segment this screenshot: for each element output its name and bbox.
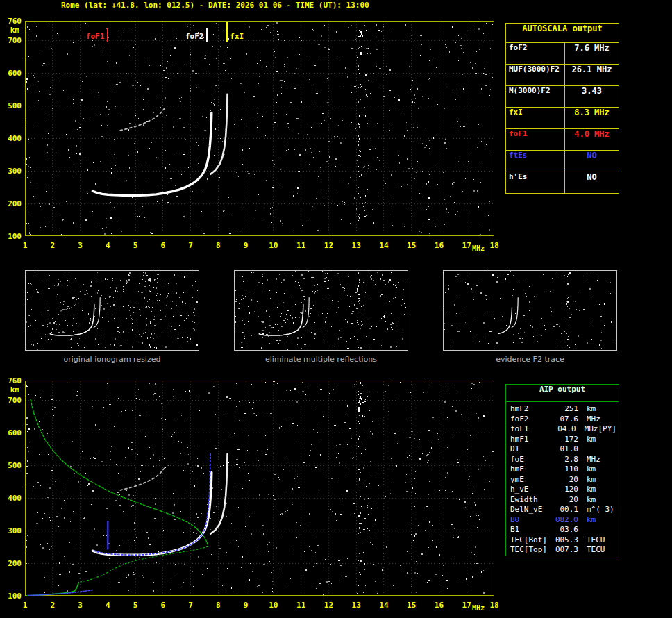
thumbnail-caption: evidence F2 trace — [443, 355, 617, 364]
table-row: MUF(3000)F2 26.1 MHz — [506, 65, 619, 86]
table-row: hmE 110 km — [506, 465, 619, 475]
svg-text:13: 13 — [352, 241, 361, 250]
svg-text:760: 760 — [8, 376, 22, 385]
ionogram-plot-top: foF1foF2fxI123456789101112131415161718MH… — [0, 15, 507, 255]
param-value: 082.0 — [553, 515, 578, 526]
param-unit: km — [578, 404, 596, 415]
param-value: 2.8 — [553, 455, 578, 465]
svg-text:8: 8 — [216, 241, 221, 250]
param-value: 110 — [553, 465, 578, 475]
window-title: Rome (lat: +41.8, lon: 012.5) - DATE: 20… — [61, 1, 369, 10]
table-row: B0 082.0 km — [506, 515, 619, 526]
table-row: fxI 8.3 MHz — [506, 108, 619, 129]
param-unit: TECU — [578, 545, 605, 556]
svg-text:9: 9 — [244, 601, 249, 610]
svg-text:8: 8 — [216, 601, 221, 610]
svg-text:km: km — [10, 26, 20, 35]
svg-text:1: 1 — [23, 241, 28, 250]
param-unit: MHz — [578, 455, 600, 465]
param-value: 03.6 — [553, 525, 578, 535]
x-axis-labels: 123456789101112131415161718MHz — [23, 601, 499, 612]
svg-text:760: 760 — [8, 17, 22, 26]
svg-text:12: 12 — [324, 241, 333, 250]
svg-text:300: 300 — [8, 526, 22, 535]
svg-text:10: 10 — [269, 601, 278, 610]
svg-text:500: 500 — [8, 461, 22, 470]
table-row: h_vE 120 km — [506, 485, 619, 495]
svg-text:13: 13 — [352, 601, 361, 610]
svg-text:14: 14 — [379, 241, 389, 250]
y-axis-labels: 760700600500400300200100km — [8, 17, 22, 241]
param-name: ymE — [506, 475, 553, 485]
param-note — [616, 475, 619, 485]
table-row: hmF1 172 km — [506, 435, 619, 445]
param-value: 3.43 — [565, 86, 619, 107]
table-row: Ewidth 20 km — [506, 495, 619, 506]
svg-text:7: 7 — [188, 241, 193, 250]
thumbnail-original-ionogram — [25, 270, 199, 351]
svg-text:6: 6 — [161, 241, 166, 250]
plot-frame — [26, 271, 199, 351]
svg-text:500: 500 — [8, 101, 22, 110]
param-note — [616, 545, 619, 556]
table-row: TEC[Bot] 005.3 TECU — [506, 535, 619, 546]
svg-text:400: 400 — [8, 134, 22, 143]
svg-text:2: 2 — [50, 601, 55, 610]
svg-text:7: 7 — [188, 601, 193, 610]
svg-text:foF2: foF2 — [185, 32, 204, 41]
param-name: B0 — [506, 515, 553, 526]
param-name: DelN_vE — [506, 505, 553, 515]
param-note: [PY] — [598, 424, 619, 435]
table-row: foF1 04.0 MHz [PY] — [506, 424, 619, 435]
param-unit: km — [578, 495, 596, 506]
svg-text:MHz: MHz — [472, 604, 485, 612]
param-name: TEC[Top] — [506, 545, 553, 556]
svg-text:9: 9 — [244, 241, 249, 250]
param-name: Ewidth — [506, 495, 553, 506]
param-value: 20 — [553, 475, 578, 485]
param-name: hmF2 — [506, 404, 553, 415]
svg-text:11: 11 — [296, 601, 306, 610]
param-note — [616, 495, 619, 506]
table-row: TEC[Top] 007.3 TECU — [506, 545, 619, 556]
table-row: foE 2.8 MHz — [506, 455, 619, 465]
autoscala-window: Rome (lat: +41.8, lon: 012.5) - DATE: 20… — [0, 0, 672, 618]
param-name: TEC[Bot] — [506, 535, 553, 546]
autoscala-table-title: AUTOSCALA output — [506, 24, 619, 43]
svg-text:18: 18 — [489, 601, 498, 610]
param-label: fxI — [506, 108, 565, 128]
param-unit: m^(-3) — [578, 505, 614, 515]
param-name: foE — [506, 455, 553, 465]
table-row: h'Es NO — [506, 172, 619, 193]
table-row: ymE 20 km — [506, 475, 619, 485]
x-axis-labels: 123456789101112131415161718MHz — [23, 241, 499, 252]
param-unit: km — [578, 435, 596, 445]
svg-text:600: 600 — [8, 428, 22, 437]
param-name: foF1 — [506, 424, 552, 435]
svg-text:400: 400 — [8, 494, 22, 503]
param-name: D1 — [506, 444, 553, 455]
svg-text:16: 16 — [435, 601, 444, 610]
param-label: M(3000)F2 — [506, 86, 565, 107]
param-unit: TECU — [578, 535, 605, 546]
thumbnail-multiple-reflections-removed — [234, 270, 408, 351]
param-note — [616, 505, 619, 515]
param-label: MUF(3000)F2 — [506, 65, 565, 85]
svg-text:15: 15 — [407, 601, 416, 610]
param-name: hmE — [506, 465, 553, 475]
param-value: NO — [565, 172, 619, 193]
param-unit — [578, 444, 587, 455]
svg-text:17: 17 — [462, 241, 471, 250]
param-unit — [578, 525, 587, 535]
svg-text:12: 12 — [324, 601, 333, 610]
svg-text:fxI: fxI — [230, 32, 244, 41]
param-unit: km — [578, 475, 596, 485]
param-note — [616, 485, 619, 495]
param-value: 4.0 MHz — [565, 129, 619, 150]
svg-text:5: 5 — [133, 241, 138, 250]
table-row: ftEs NO — [506, 151, 619, 172]
ionogram-plot-bottom-with-profile: 123456789101112131415161718MHz7607006005… — [0, 375, 507, 615]
svg-text:700: 700 — [8, 396, 22, 405]
param-value: 8.3 MHz — [565, 108, 619, 128]
param-name: hmF1 — [506, 435, 553, 445]
